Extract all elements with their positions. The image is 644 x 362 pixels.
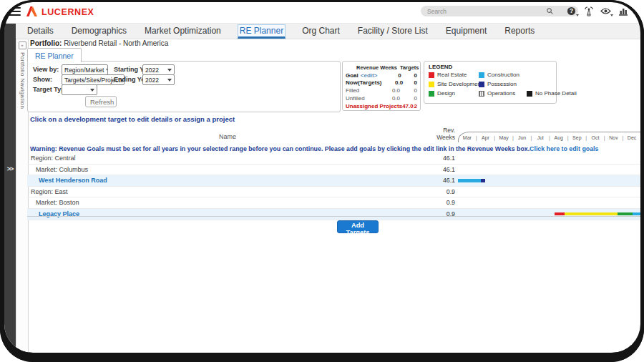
legend-item-label: Design <box>437 90 455 97</box>
view-by-select[interactable]: Region/Market <box>62 64 108 75</box>
app-window: LUCERNEX ? <box>4 2 640 353</box>
svg-text:?: ? <box>570 7 573 14</box>
tab-reports[interactable]: Reports <box>503 24 536 39</box>
summary-row-label: Goal<edit> <box>346 72 377 79</box>
planner-table: Region: Central46.1Market: Columbus46.1W… <box>27 153 640 220</box>
summary-row-goal: Goal<edit>00 <box>346 72 417 79</box>
panel-expander[interactable]: >> <box>4 165 16 172</box>
table-row-legacy-place[interactable]: Legacy Place0.9 <box>27 209 640 220</box>
rev-weeks-value: 0.9 <box>385 209 455 220</box>
legend-item-label: Real Estate <box>437 72 467 78</box>
tab-equipment[interactable]: Equipment <box>444 24 488 39</box>
construction-swatch-icon <box>479 72 484 78</box>
row-name: Market: Boston <box>36 197 79 208</box>
edit-goals-link[interactable]: Click here to edit goals <box>530 145 598 152</box>
tab-market-optimization[interactable]: Market Optimization <box>143 24 223 39</box>
header-icon-cluster: ? <box>566 6 640 16</box>
summary-targets-value: 0 <box>401 72 417 79</box>
legend-item-construction: Construction <box>479 72 519 78</box>
rev-weeks-column-header: Rev.Weeks <box>401 127 455 141</box>
eye-icon[interactable] <box>600 6 611 16</box>
legend-title: LEGEND <box>429 64 452 70</box>
month-label-jul: Jul <box>532 135 549 140</box>
tab-details[interactable]: Details <box>26 24 55 39</box>
tab-facility-store-list[interactable]: Facility / Store List <box>356 24 429 39</box>
search-icon[interactable] <box>547 8 553 14</box>
table-row-market-columbus: Market: Columbus46.1 <box>27 165 640 176</box>
month-label-apr: Apr <box>477 135 494 140</box>
device-frame: LUCERNEX ? <box>0 0 644 362</box>
tab-re-planner[interactable]: RE Planner <box>238 24 286 39</box>
target-type-select[interactable] <box>62 84 97 95</box>
collapsed-side-panel <box>4 24 16 353</box>
summary-row-label: Unassigned Projects <box>346 103 402 109</box>
starting-year-select[interactable]: 2022 <box>142 64 175 75</box>
site-development-swatch-icon <box>429 82 434 87</box>
search-input[interactable] <box>421 6 578 16</box>
summary-targets-value: 0 <box>403 79 417 86</box>
top-header: LUCERNEX ? <box>4 2 640 24</box>
site-link[interactable]: Legacy Place <box>39 209 79 220</box>
no-phase-detail-swatch-icon <box>527 91 532 97</box>
show-label: Show: <box>33 76 52 83</box>
summary-weeks-value: 0.0 <box>374 87 400 94</box>
rev-weeks-value: 46.1 <box>385 153 455 164</box>
legend-item-label: Possession <box>487 81 517 87</box>
table-divider <box>27 216 640 217</box>
legend-item-label: Site Development <box>437 81 482 87</box>
row-name: Region: Central <box>31 153 76 164</box>
logo-text: LUCERNEX <box>42 7 94 17</box>
legend-item-design: Design <box>429 90 455 97</box>
row-name: Region: East <box>31 187 68 197</box>
legend-item-label: Operations <box>487 90 515 97</box>
table-row-market-boston: Market: Boston0.9 <box>27 197 640 209</box>
month-label-sep: Sep <box>568 135 585 140</box>
tab-demographics[interactable]: Demographics <box>70 24 128 39</box>
rev-weeks-value: 0.9 <box>385 197 455 208</box>
phase-segment-possession <box>481 179 485 182</box>
phase-segment-site-development <box>565 212 618 216</box>
legend-item-possession: Possession <box>479 81 517 87</box>
chevron-down-icon <box>90 89 94 92</box>
month-label-may: May <box>495 135 512 140</box>
refresh-button[interactable]: Refresh <box>85 96 117 107</box>
month-label-dec: Dec <box>623 135 640 140</box>
bar-chart-icon[interactable] <box>618 6 628 16</box>
main-nav: DetailsDemographicsMarket OptimizationRE… <box>16 24 640 39</box>
add-targets-button[interactable]: Add Targets <box>337 220 379 233</box>
real-estate-swatch-icon <box>429 72 434 78</box>
row-name: Market: Columbus <box>36 165 88 175</box>
summary-row-filled: Filled0.00 <box>346 87 417 94</box>
lucernex-logo: LUCERNEX <box>26 6 94 17</box>
rev-weeks-value: 46.1 <box>385 165 455 175</box>
operations-swatch-icon <box>479 91 484 97</box>
site-link[interactable]: West Henderson Road <box>39 175 107 186</box>
collapse-icon[interactable]: » <box>19 41 26 49</box>
apps-grid-icon[interactable] <box>635 6 640 16</box>
rev-weeks-value: 46.1 <box>385 175 455 186</box>
broadcast-tower-icon[interactable] <box>583 6 594 16</box>
warning-text: Warning: Revenue Goals must be set for a… <box>30 145 530 152</box>
legend-item-real-estate: Real Estate <box>429 72 467 78</box>
phase-segment-construction <box>633 212 640 216</box>
help-icon[interactable]: ? <box>566 6 577 16</box>
tab-re-planner-sub[interactable]: RE Planner <box>27 48 82 62</box>
menu-icon[interactable] <box>9 7 21 16</box>
portfolio-label: Portfolio: <box>30 39 62 47</box>
summary-row-label: Now(Targets) <box>346 79 382 86</box>
rev-weeks-value: 0.9 <box>385 187 455 197</box>
legend-item-label: No Phase Detail <box>535 90 577 97</box>
tab-org-chart[interactable]: Org Chart <box>301 24 341 39</box>
goal-edit-link[interactable]: <edit> <box>361 72 378 79</box>
month-label-jun: Jun <box>514 135 531 140</box>
possession-swatch-icon <box>479 82 484 87</box>
summary-row-label: Filled <box>346 87 374 94</box>
legend-item-operations: Operations <box>479 90 515 97</box>
table-row-west-henderson-road[interactable]: West Henderson Road46.1 <box>27 175 640 187</box>
name-column-header: Name <box>27 133 428 140</box>
ending-year-select[interactable]: 2022 <box>142 74 175 85</box>
summary-row-unfilled: Unfilled0.00 <box>346 94 417 102</box>
table-row-region-east: Region: East0.9 <box>27 187 640 198</box>
portfolio-value: Riverbend Retail - North America <box>62 39 168 47</box>
table-row-region-central: Region: Central46.1 <box>27 153 640 165</box>
